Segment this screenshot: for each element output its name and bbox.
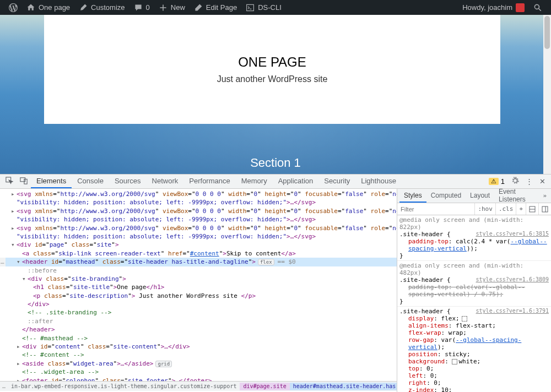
- chevron-right-icon[interactable]: »: [541, 192, 549, 199]
- panel-toggle-icon[interactable]: [538, 203, 551, 215]
- comments-link[interactable]: 0: [129, 0, 154, 15]
- site-name-text: One page: [39, 3, 70, 12]
- plus-icon: [159, 3, 168, 12]
- breadcrumb-overflow[interactable]: …: [0, 383, 8, 390]
- tab-console[interactable]: Console: [72, 175, 109, 188]
- source-link[interactable]: style.css?ver=1.6:3791: [476, 308, 549, 315]
- dom-tree[interactable]: ▸<svg xmlns="http://www.w3.org/2000/svg"…: [0, 190, 397, 381]
- tab-application[interactable]: Application: [273, 175, 319, 188]
- styles-panel: Styles Computed Layout Event Listeners »…: [397, 189, 551, 392]
- gear-icon[interactable]: [508, 177, 522, 186]
- wp-admin-bar: One page Customize 0 New Edit Page DS-CL…: [0, 0, 551, 15]
- tab-sources[interactable]: Sources: [109, 175, 147, 188]
- tab-lighthouse[interactable]: Lighthouse: [355, 175, 402, 188]
- wordpress-icon: [9, 3, 18, 12]
- device-icon[interactable]: [17, 177, 31, 186]
- new-rule-button[interactable]: +: [516, 203, 526, 215]
- computed-toggle-icon[interactable]: [526, 203, 538, 215]
- color-swatch[interactable]: [452, 359, 457, 364]
- devtools-tabbar: Elements Console Sources Network Perform…: [0, 175, 551, 189]
- site-name-link[interactable]: One page: [22, 0, 74, 15]
- source-link[interactable]: style.css?ver=1.6:3809: [476, 276, 549, 284]
- cls-button[interactable]: .cls: [495, 203, 516, 215]
- svg-rect-4: [542, 206, 548, 212]
- site-tagline: Just another WordPress site: [217, 74, 328, 84]
- page-preview: ONE PAGE Just another WordPress site Sec…: [0, 15, 551, 174]
- page-scrollbar[interactable]: [543, 15, 551, 174]
- tab-elements[interactable]: Elements: [31, 175, 72, 188]
- home-icon: [26, 3, 35, 12]
- pencil-icon: [194, 3, 203, 12]
- wp-logo[interactable]: [4, 0, 22, 15]
- edit-page-link[interactable]: Edit Page: [190, 0, 241, 15]
- avatar: [516, 3, 525, 12]
- account-link[interactable]: Howdy, joachim: [458, 0, 529, 15]
- stab-events[interactable]: Event Listeners: [494, 189, 541, 203]
- styles-filter-input[interactable]: [397, 206, 474, 213]
- more-icon[interactable]: ⋮: [522, 177, 536, 186]
- site-header-card: ONE PAGE Just another WordPress site: [44, 15, 500, 124]
- site-title: ONE PAGE: [238, 55, 306, 70]
- stab-styles[interactable]: Styles: [399, 189, 426, 203]
- dom-breadcrumb[interactable]: … in-bar.wp-embed-responsive.is-light-th…: [0, 381, 397, 391]
- devtools: Elements Console Sources Network Perform…: [0, 174, 551, 392]
- issues-button[interactable]: ⚠1: [485, 177, 508, 186]
- tab-network[interactable]: Network: [147, 175, 184, 188]
- comment-icon: [134, 3, 143, 12]
- customize-link[interactable]: Customize: [74, 0, 129, 15]
- scrollbar-thumb[interactable]: [544, 16, 550, 49]
- warning-icon: ⚠: [489, 178, 499, 185]
- source-link[interactable]: style.css?ver=1.6:3815: [476, 231, 549, 238]
- close-devtools-icon[interactable]: ✕: [536, 177, 549, 186]
- terminal-icon: [246, 3, 255, 12]
- search-icon: [533, 3, 542, 12]
- ds-cli-link[interactable]: DS-CLI: [241, 0, 286, 15]
- stab-computed[interactable]: Computed: [426, 189, 466, 203]
- inspect-icon[interactable]: [2, 177, 17, 186]
- dom-tree-panel: ▸<svg xmlns="http://www.w3.org/2000/svg"…: [0, 189, 397, 392]
- hov-button[interactable]: :hov: [474, 203, 495, 215]
- tab-security[interactable]: Security: [318, 175, 355, 188]
- search-toggle[interactable]: [529, 0, 547, 15]
- stab-layout[interactable]: Layout: [466, 189, 494, 203]
- section-heading: Section 1: [0, 156, 551, 170]
- tab-memory[interactable]: Memory: [236, 175, 273, 188]
- new-link[interactable]: New: [154, 0, 190, 15]
- brush-icon: [79, 3, 88, 12]
- tab-performance[interactable]: Performance: [183, 175, 235, 188]
- dom-selected-node[interactable]: ▾<header id="masthead" class="site-heade…: [0, 258, 397, 266]
- flex-editor-icon[interactable]: [462, 316, 467, 322]
- styles-rules[interactable]: @media only screen and (min-width: 822px…: [397, 215, 551, 392]
